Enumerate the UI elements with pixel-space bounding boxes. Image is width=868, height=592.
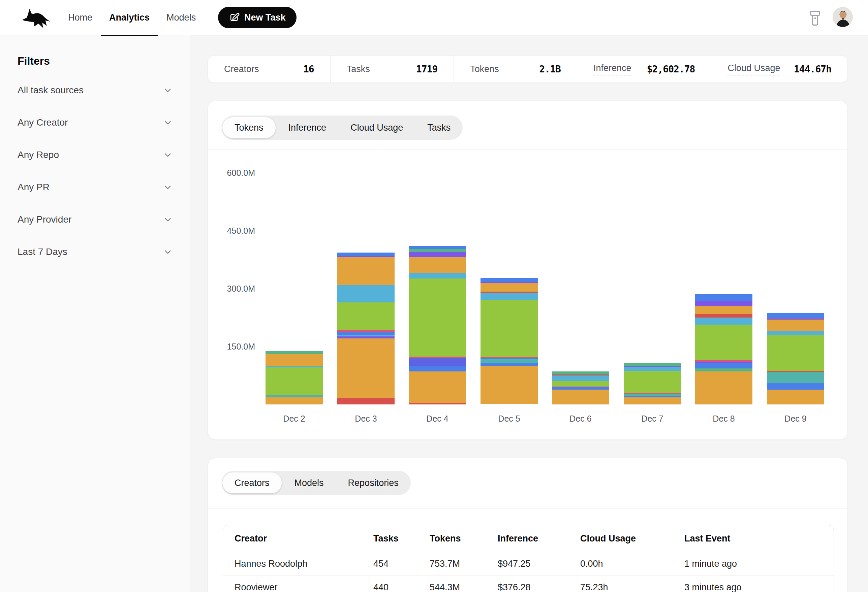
cell-tasks: 454 xyxy=(373,559,430,569)
bar-segment xyxy=(409,257,466,273)
table-row[interactable]: Hannes Roodolph454753.7M$947.250.00h1 mi… xyxy=(223,552,834,576)
table-body: Hannes Roodolph454753.7M$947.250.00h1 mi… xyxy=(223,552,834,592)
bar-dec-8 xyxy=(695,294,753,404)
x-axis-label: Dec 8 xyxy=(695,414,753,424)
bar-segment xyxy=(337,257,394,285)
bar-segment xyxy=(337,332,394,335)
bar-segment xyxy=(695,363,753,368)
col-header-tasks: Tasks xyxy=(373,533,430,544)
bar-segment xyxy=(624,371,681,394)
x-axis-label: Dec 4 xyxy=(409,414,466,424)
stat-label: Creators xyxy=(224,64,259,74)
bar-segment xyxy=(767,313,824,319)
y-axis-tick: 150.0M xyxy=(215,342,255,352)
bar-segment xyxy=(695,371,753,404)
filter-all-task-sources[interactable]: All task sources xyxy=(0,74,190,106)
breakdown-tabs: CreatorsModelsRepositories xyxy=(222,471,411,495)
tab-creators[interactable]: Creators xyxy=(222,473,282,493)
filter-any-repo[interactable]: Any Repo xyxy=(0,139,190,171)
stacked-bar-chart: 600.0M450.0M300.0M150.0MDec 2Dec 3Dec 4D… xyxy=(208,150,847,439)
stat-cell-creators: Creators16 xyxy=(208,56,330,82)
bar-segment xyxy=(767,320,824,331)
bar-segment xyxy=(337,339,394,398)
chevron-down-icon xyxy=(163,150,173,160)
filter-label: All task sources xyxy=(18,85,84,96)
tab-models[interactable]: Models xyxy=(282,471,336,495)
col-header-tokens: Tokens xyxy=(430,533,498,544)
tab-tasks[interactable]: Tasks xyxy=(415,115,463,140)
bar-segment xyxy=(695,294,753,301)
stat-label: Inference xyxy=(593,63,632,75)
x-axis-label: Dec 9 xyxy=(767,414,824,424)
chevron-down-icon xyxy=(163,182,173,192)
stats-summary-row: Creators16Tasks1719Tokens2.1BInference$2… xyxy=(208,55,848,83)
bar-segment xyxy=(552,371,609,374)
bar-dec-7 xyxy=(624,363,681,404)
cell-creator: Hannes Roodolph xyxy=(235,559,373,569)
cell-cloud-usage: 0.00h xyxy=(580,559,684,569)
chart-card: TokensInferenceCloud UsageTasks 600.0M45… xyxy=(208,101,848,440)
filter-any-pr[interactable]: Any PR xyxy=(0,171,190,203)
bar-segment xyxy=(624,363,681,367)
tab-repositories[interactable]: Repositories xyxy=(336,471,411,495)
table-header-row: CreatorTasksTokensInferenceCloud UsageLa… xyxy=(223,525,834,552)
col-header-inference: Inference xyxy=(498,533,580,544)
bar-segment xyxy=(480,293,538,300)
chevron-down-icon xyxy=(163,215,173,225)
filter-label: Last 7 Days xyxy=(18,246,67,257)
stat-label: Tasks xyxy=(347,64,370,74)
bar-segment xyxy=(767,335,824,371)
x-axis-label: Dec 5 xyxy=(480,414,538,424)
stat-cell-tokens: Tokens2.1B xyxy=(453,56,577,82)
bar-segment xyxy=(480,278,538,281)
bar-segment xyxy=(552,381,609,387)
bar-segment xyxy=(480,363,538,366)
avatar[interactable] xyxy=(833,7,853,27)
bar-segment xyxy=(337,398,394,404)
tab-inference[interactable]: Inference xyxy=(276,115,339,140)
chart-metric-tabs: TokensInferenceCloud UsageTasks xyxy=(222,115,463,140)
y-axis-tick: 600.0M xyxy=(215,168,255,178)
bar-segment xyxy=(409,371,466,403)
bar-segment xyxy=(695,318,753,325)
stat-cell-inference: Inference$2,602.78 xyxy=(577,56,711,82)
stat-value: 144.67h xyxy=(794,64,831,75)
bar-segment xyxy=(695,325,753,360)
bar-segment xyxy=(767,383,824,389)
bar-segment xyxy=(409,278,466,357)
cell-creator: Rooviewer xyxy=(235,582,373,592)
x-axis-label: Dec 2 xyxy=(266,414,323,424)
filter-last-7-days[interactable]: Last 7 Days xyxy=(0,236,190,268)
bar-segment xyxy=(695,306,753,314)
tab-cloud-usage[interactable]: Cloud Usage xyxy=(338,115,415,140)
bar-segment xyxy=(552,390,609,404)
bar-segment xyxy=(409,358,466,367)
filter-label: Any Creator xyxy=(18,117,68,128)
table-row[interactable]: Rooviewer440544.3M$376.2875.23h3 minutes… xyxy=(223,576,834,592)
stat-label: Cloud Usage xyxy=(728,63,780,75)
breakdown-card: CreatorsModelsRepositories CreatorTasksT… xyxy=(208,458,848,592)
nav-item-models[interactable]: Models xyxy=(167,0,196,35)
avatar-image xyxy=(833,7,853,27)
cell-last-event: 3 minutes ago xyxy=(684,582,834,592)
new-task-button[interactable]: New Task xyxy=(218,7,297,28)
col-header-last-event: Last Event xyxy=(684,533,834,544)
filter-any-creator[interactable]: Any Creator xyxy=(0,106,190,139)
chevron-down-icon xyxy=(163,85,173,95)
cell-tokens: 544.3M xyxy=(430,582,498,592)
x-axis-label: Dec 7 xyxy=(624,414,681,424)
tab-tokens[interactable]: Tokens xyxy=(222,117,276,138)
nav-item-analytics[interactable]: Analytics xyxy=(109,0,150,35)
chevron-down-icon xyxy=(163,118,173,128)
nav-item-home[interactable]: Home xyxy=(68,0,92,35)
cell-inference: $947.25 xyxy=(498,559,580,569)
flashlight-icon[interactable] xyxy=(807,9,824,27)
bar-dec-4 xyxy=(409,246,466,404)
stat-cell-tasks: Tasks1719 xyxy=(330,56,454,82)
filters-title: Filters xyxy=(18,55,50,67)
bar-segment xyxy=(767,390,824,404)
bar-segment xyxy=(552,376,609,381)
y-axis-tick: 300.0M xyxy=(215,284,255,294)
filter-any-provider[interactable]: Any Provider xyxy=(0,203,190,236)
bar-segment xyxy=(266,354,323,366)
